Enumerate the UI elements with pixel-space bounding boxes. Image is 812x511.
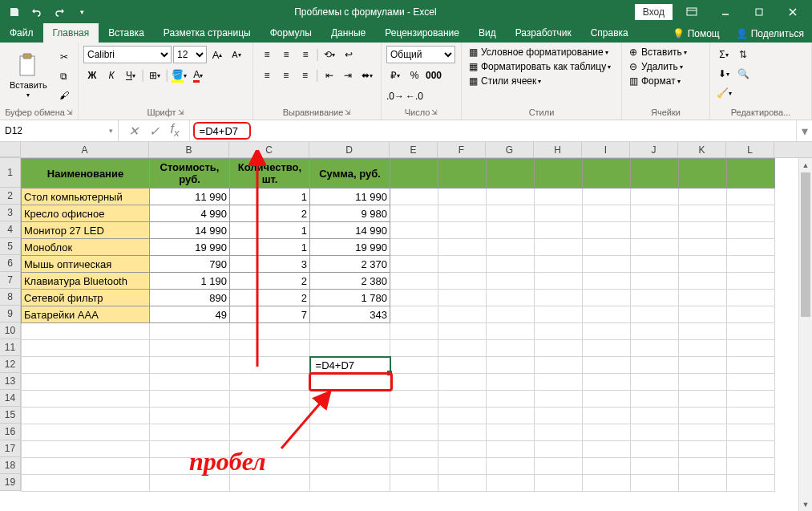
- cell-B12[interactable]: [150, 357, 230, 374]
- cell-H18[interactable]: [535, 458, 583, 475]
- cell-B15[interactable]: [150, 408, 230, 424]
- currency-icon[interactable]: ₽▾: [386, 67, 404, 84]
- fill-handle[interactable]: [387, 371, 392, 375]
- cell-E14[interactable]: [390, 391, 438, 408]
- cell-L2[interactable]: [727, 189, 775, 205]
- align-right-icon[interactable]: ≡: [297, 67, 314, 84]
- cell-G13[interactable]: [487, 374, 535, 391]
- row-header-16[interactable]: 16: [0, 424, 21, 440]
- cell-H9[interactable]: [535, 306, 583, 323]
- cell-J18[interactable]: [631, 458, 679, 475]
- cell-E16[interactable]: [390, 424, 438, 441]
- cell-D7[interactable]: 2 380: [310, 273, 390, 290]
- cell-C7[interactable]: 2: [230, 273, 310, 290]
- cell-G3[interactable]: [487, 205, 535, 222]
- row-header-15[interactable]: 15: [0, 407, 21, 424]
- cell-H3[interactable]: [535, 205, 583, 222]
- row-header-8[interactable]: 8: [0, 289, 21, 306]
- row-header-1[interactable]: 1: [0, 158, 21, 188]
- cell-H14[interactable]: [535, 391, 583, 408]
- cell-G16[interactable]: [487, 424, 535, 441]
- cell-F2[interactable]: [438, 189, 487, 205]
- cell-K1[interactable]: [679, 159, 727, 189]
- cell-I5[interactable]: [583, 239, 631, 256]
- fill-icon[interactable]: ⬇▾: [715, 65, 733, 83]
- cell-I11[interactable]: [583, 340, 631, 357]
- cell-A19[interactable]: [22, 475, 150, 492]
- cell-C16[interactable]: [230, 424, 310, 441]
- cell-J19[interactable]: [631, 475, 679, 492]
- cell-I10[interactable]: [583, 323, 631, 340]
- cell-G2[interactable]: [487, 189, 535, 205]
- cell-D19[interactable]: [310, 475, 390, 492]
- name-box[interactable]: ▾: [0, 120, 119, 141]
- cell-A1[interactable]: Наименование: [22, 159, 150, 189]
- cell-C19[interactable]: [230, 475, 310, 492]
- cell-K19[interactable]: [679, 475, 727, 492]
- cell-E17[interactable]: [390, 441, 438, 458]
- cell-I19[interactable]: [583, 475, 631, 492]
- cell-I7[interactable]: [583, 273, 631, 290]
- row-header-7[interactable]: 7: [0, 272, 21, 289]
- cell-L16[interactable]: [727, 424, 775, 441]
- tab-insert[interactable]: Вставка: [99, 23, 154, 43]
- cell-G5[interactable]: [487, 239, 535, 256]
- cell-A9[interactable]: Батарейки AAA: [22, 306, 150, 323]
- ribbon-display-icon[interactable]: [677, 0, 706, 23]
- cell-L7[interactable]: [727, 273, 775, 290]
- cell-K2[interactable]: [679, 189, 727, 205]
- cell-G17[interactable]: [487, 441, 535, 458]
- cell-C17[interactable]: [230, 441, 310, 458]
- align-left-icon[interactable]: ≡: [258, 67, 276, 84]
- col-header-B[interactable]: B: [149, 142, 229, 157]
- cell-L18[interactable]: [727, 458, 775, 475]
- cell-G19[interactable]: [487, 475, 535, 492]
- cell-F19[interactable]: [438, 475, 487, 492]
- clipboard-launcher-icon[interactable]: ⇲: [67, 108, 73, 116]
- cell-B10[interactable]: [150, 323, 230, 340]
- cell-C5[interactable]: 1: [230, 239, 310, 256]
- expand-formula-icon[interactable]: ▾: [796, 120, 812, 141]
- cell-A3[interactable]: Кресло офисное: [22, 205, 150, 222]
- row-header-17[interactable]: 17: [0, 440, 21, 457]
- cell-H12[interactable]: [535, 357, 583, 374]
- cell-I14[interactable]: [583, 391, 631, 408]
- comma-icon[interactable]: 000: [425, 67, 442, 84]
- cell-D15[interactable]: [310, 408, 390, 424]
- row-header-19[interactable]: 19: [0, 474, 21, 491]
- percent-icon[interactable]: %: [406, 67, 423, 84]
- cell-L12[interactable]: [727, 357, 775, 374]
- chevron-down-icon[interactable]: ▾: [109, 127, 113, 135]
- row-header-9[interactable]: 9: [0, 306, 21, 322]
- cell-L11[interactable]: [727, 340, 775, 357]
- cell-E12[interactable]: [390, 357, 438, 374]
- cell-C9[interactable]: 7: [230, 306, 310, 323]
- cell-A2[interactable]: Стол компьютерный: [22, 189, 150, 205]
- tab-view[interactable]: Вид: [469, 23, 506, 43]
- col-header-D[interactable]: D: [309, 142, 390, 157]
- cell-B6[interactable]: 790: [150, 256, 230, 273]
- cell-K17[interactable]: [679, 441, 727, 458]
- col-header-G[interactable]: G: [486, 142, 534, 157]
- cell-J12[interactable]: [631, 357, 679, 374]
- cell-D4[interactable]: 14 990: [310, 222, 390, 239]
- cell-I1[interactable]: [583, 159, 631, 189]
- cell-H1[interactable]: [535, 159, 583, 189]
- cell-A5[interactable]: Моноблок: [22, 239, 150, 256]
- login-button[interactable]: Вход: [635, 4, 673, 20]
- cell-A15[interactable]: [22, 408, 150, 424]
- increase-indent-icon[interactable]: ⇥: [339, 67, 357, 84]
- cell-E8[interactable]: [390, 290, 438, 306]
- cell-E7[interactable]: [390, 273, 438, 290]
- cell-E15[interactable]: [390, 408, 438, 424]
- cell-F5[interactable]: [438, 239, 487, 256]
- cell-A6[interactable]: Мышь оптическая: [22, 256, 150, 273]
- cell-J15[interactable]: [631, 408, 679, 424]
- select-all-corner[interactable]: [0, 142, 21, 157]
- cell-G18[interactable]: [487, 458, 535, 475]
- cell-F1[interactable]: [438, 159, 487, 189]
- cell-G6[interactable]: [487, 256, 535, 273]
- cell-A16[interactable]: [22, 424, 150, 441]
- row-header-6[interactable]: 6: [0, 255, 21, 272]
- cell-L8[interactable]: [727, 290, 775, 306]
